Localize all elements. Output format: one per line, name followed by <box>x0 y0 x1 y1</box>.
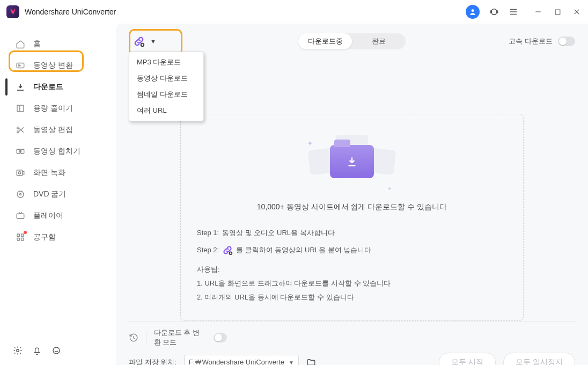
svg-rect-26 <box>21 238 24 241</box>
maximize-button[interactable] <box>553 7 562 17</box>
svg-rect-25 <box>17 238 20 241</box>
support-icon[interactable] <box>489 7 499 17</box>
sidebar-item-player[interactable]: 플레이어 <box>0 205 116 227</box>
svg-rect-18 <box>17 170 23 176</box>
sidebar-item-label: 홈 <box>33 39 41 49</box>
svg-point-0 <box>472 9 474 12</box>
sidebar-item-label: 다운로드 <box>33 82 63 92</box>
content-area: ▼ MP3 다운로드 동영상 다운로드 썸네일 다운로드 여러 URL 고속 다… <box>116 24 588 365</box>
tab-done[interactable]: 완료 <box>352 33 406 49</box>
download-link-button[interactable]: ▼ <box>129 33 160 49</box>
step2-label: Step 2: <box>197 243 219 257</box>
link-plus-icon <box>133 35 145 47</box>
sidebar-item-dvd[interactable]: DVD 굽기 <box>0 184 116 205</box>
convert-icon <box>15 60 26 71</box>
sidebar-item-label: 동영상 합치기 <box>33 147 80 156</box>
step1-label: Step 1: <box>197 226 219 240</box>
tab-segment: 다운로드중 완료 <box>298 33 406 49</box>
svg-point-21 <box>20 194 21 195</box>
sidebar-item-label: 동영상 변환 <box>33 61 73 70</box>
sidebar-item-label: DVD 굽기 <box>33 189 66 199</box>
app-title: Wondershare UniConverter <box>25 8 116 16</box>
pause-all-button[interactable]: 모두 일시정지 <box>503 353 575 365</box>
feedback-icon[interactable] <box>52 346 61 355</box>
tip2: 2. 여러개의 URL을 동시에 다운로드할 수 있습니다 <box>197 290 507 304</box>
sidebar-item-label: 동영상 편집 <box>33 125 73 135</box>
sidebar-item-label: 화면 녹화 <box>33 168 65 178</box>
account-avatar[interactable] <box>466 5 480 19</box>
fast-download-label: 고속 다운로드 <box>509 36 553 46</box>
sidebar-item-label: 공구함 <box>33 232 56 242</box>
svg-rect-24 <box>21 234 24 237</box>
menu-icon[interactable] <box>509 7 518 17</box>
svg-point-1 <box>491 9 497 15</box>
close-button[interactable] <box>572 7 582 17</box>
sidebar-item-record[interactable]: 화면 녹화 <box>0 162 116 184</box>
dropdown-item-multi-url[interactable]: 여러 URL <box>129 103 203 119</box>
disc-icon <box>15 189 26 200</box>
sidebar-item-label: 용량 줄이기 <box>33 104 73 113</box>
hero-text: 10,000+ 동영상 사이트에서 쉽게 다운로드할 수 있습니다 <box>257 202 447 212</box>
svg-point-20 <box>17 191 24 198</box>
sidebar-item-label: 플레이어 <box>33 211 63 221</box>
chevron-down-icon: ▼ <box>150 38 156 45</box>
sidebar-item-toolbox[interactable]: 공구함 <box>0 227 116 248</box>
separator <box>146 331 146 344</box>
download-type-dropdown: MP3 다운로드 동영상 다운로드 썸네일 다운로드 여러 URL <box>129 52 204 121</box>
svg-point-28 <box>53 347 60 354</box>
svg-point-17 <box>20 151 21 152</box>
svg-rect-22 <box>17 214 24 218</box>
settings-icon[interactable] <box>13 346 23 355</box>
minimize-button[interactable] <box>533 7 543 17</box>
open-folder-button[interactable] <box>306 357 316 365</box>
dropdown-item-mp3[interactable]: MP3 다운로드 <box>129 54 203 70</box>
bell-icon[interactable] <box>32 346 42 355</box>
svg-point-27 <box>17 349 19 352</box>
home-icon <box>15 39 26 49</box>
scissors-icon <box>15 125 26 135</box>
save-path-label: 파일 저장 위치: <box>129 357 177 365</box>
sidebar-item-edit[interactable]: 동영상 편집 <box>0 119 116 141</box>
download-icon <box>15 82 26 92</box>
start-all-button[interactable]: 모두 시작 <box>439 353 496 365</box>
tv-icon <box>15 210 26 221</box>
toolbox-icon <box>15 232 26 243</box>
chevron-down-icon: ▼ <box>289 360 294 366</box>
svg-rect-8 <box>555 10 560 14</box>
convert-mode-label: 다운로드 후 변환 모드 <box>154 328 207 347</box>
step2-text: 를 클릭하여 동영상의 URL을 붙여 넣습니다 <box>236 243 371 257</box>
step1-text: 동영상 및 오디오 URL을 복사합니다 <box>222 226 334 240</box>
record-icon <box>15 167 26 178</box>
dropdown-item-thumbnail[interactable]: 썸네일 다운로드 <box>129 86 203 103</box>
convert-mode-toggle[interactable] <box>214 333 226 342</box>
sidebar-item-compress[interactable]: 용량 줄이기 <box>0 98 116 119</box>
hero-illustration: ✦ ✦ <box>309 129 395 194</box>
sidebar-item-convert[interactable]: 동영상 변환 <box>0 55 116 76</box>
sidebar-item-download[interactable]: 다운로드 <box>0 76 116 98</box>
link-plus-icon <box>222 245 233 256</box>
merge-icon <box>15 146 26 157</box>
sidebar-item-merge[interactable]: 동영상 합치기 <box>0 141 116 162</box>
sidebar: 홈 동영상 변환 다운로드 용량 줄이기 동영상 편집 동영상 합치기 화면 녹… <box>0 24 116 365</box>
tab-downloading[interactable]: 다운로드중 <box>298 33 352 49</box>
sidebar-item-home[interactable]: 홈 <box>0 33 116 55</box>
svg-rect-23 <box>17 234 20 237</box>
tips-label: 사용팁: <box>197 262 507 276</box>
fast-download-toggle[interactable] <box>558 36 575 46</box>
history-icon[interactable] <box>129 333 138 342</box>
tip1: 1. URL을 화면으로 드래그하여 다운로드를 시작할 수 있습니다 <box>197 276 507 290</box>
svg-point-19 <box>18 172 21 174</box>
drop-zone[interactable]: ✦ ✦ 10,000+ 동영상 사이트에서 쉽게 다운로드할 수 있습니다 St… <box>180 114 524 321</box>
download-arrow-icon <box>345 155 359 169</box>
compress-icon <box>15 103 26 114</box>
dropdown-item-video[interactable]: 동영상 다운로드 <box>129 70 203 86</box>
save-path-combo[interactable]: F:￦Wondershare UniConverte ▼ <box>184 355 299 365</box>
notification-dot <box>24 231 27 234</box>
app-logo <box>6 5 19 18</box>
save-path-value: F:￦Wondershare UniConverte <box>189 357 284 365</box>
